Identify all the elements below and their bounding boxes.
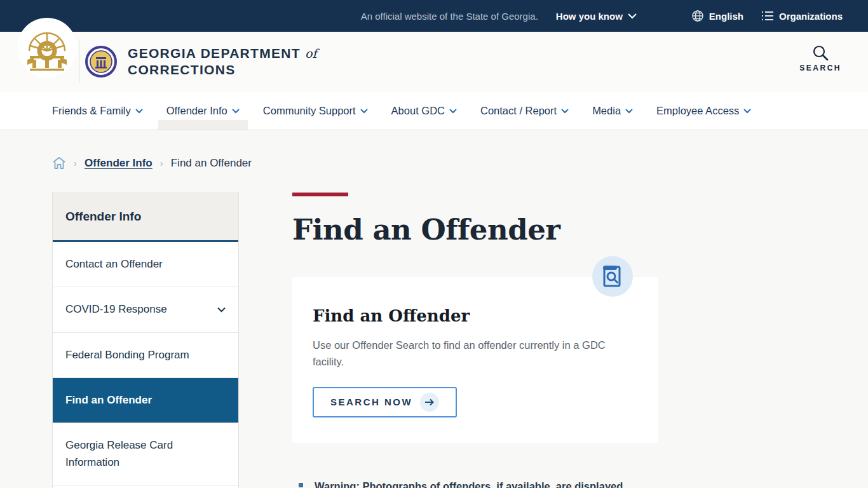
card-title: Find an Offender xyxy=(313,306,638,325)
chevron-down-icon xyxy=(625,109,633,114)
find-offender-card: Find an Offender Use our Offender Search… xyxy=(292,277,658,443)
main-content: Find an Offender Find an Offender Use ou… xyxy=(292,193,658,488)
agency-line1: GEORGIA DEPARTMENT xyxy=(128,46,301,60)
sidebar-item-contact-an-offender[interactable]: Contact an Offender xyxy=(53,242,238,287)
chevron-down-icon xyxy=(232,109,240,114)
warning-list-item: Warning: Photographs of offenders, if av… xyxy=(292,478,658,488)
sidebar-item-covid-19-response[interactable]: COVID-19 Response xyxy=(53,287,238,332)
organizations-link[interactable]: Organizations xyxy=(761,11,843,22)
breadcrumb-separator: › xyxy=(74,158,77,168)
how-you-know-toggle[interactable]: How you know xyxy=(556,11,637,22)
sidebar-item-label: Find an Offender xyxy=(65,392,152,409)
nav-offender-info[interactable]: Offender Info xyxy=(166,92,240,130)
warning-text: Warning: Photographs of offenders, if av… xyxy=(315,478,623,488)
breadcrumb: › Offender Info › Find an Offender xyxy=(52,156,868,170)
sidebar-item-label: COVID-19 Response xyxy=(65,301,167,318)
chevron-down-icon xyxy=(743,109,751,114)
sidebar-item-federal-bonding-program[interactable]: Federal Bonding Program xyxy=(53,333,238,378)
nav-label: Employee Access xyxy=(656,105,739,117)
content-area: Offender Info Contact an Offender COVID-… xyxy=(52,193,868,488)
chevron-down-icon xyxy=(449,109,457,114)
sidebar-item-label: Federal Bonding Program xyxy=(65,347,189,363)
nav-label: Offender Info xyxy=(166,105,227,117)
bullet-icon xyxy=(299,483,303,487)
nav-community-support[interactable]: Community Support xyxy=(263,92,368,130)
nav-employee-access[interactable]: Employee Access xyxy=(656,92,751,130)
search-label: SEARCH xyxy=(799,64,841,72)
accent-line xyxy=(292,193,348,196)
page-title: Find an Offender xyxy=(292,213,658,247)
nav-media[interactable]: Media xyxy=(592,92,633,130)
sidebar-offender-info: Offender Info Contact an Offender COVID-… xyxy=(52,193,239,488)
sidebar-title: Offender Info xyxy=(53,193,238,242)
organizations-list-icon xyxy=(761,11,774,21)
search-now-button[interactable]: SEARCH NOW xyxy=(313,387,457,417)
how-you-know-label: How you know xyxy=(556,11,623,22)
breadcrumb-offender-info[interactable]: Offender Info xyxy=(85,157,153,170)
chevron-down-icon xyxy=(217,307,226,313)
sidebar-item-find-an-offender[interactable]: Find an Offender xyxy=(53,378,238,423)
nav-label: About GDC xyxy=(391,105,445,117)
sidebar-item-incarcerated-veterans[interactable]: Incarcerated Veterans xyxy=(53,485,238,488)
agency-title[interactable]: GEORGIA DEPARTMENT of CORRECTIONS xyxy=(128,45,317,78)
card-body-text: Use our Offender Search to find an offen… xyxy=(313,337,624,370)
arrow-right-icon xyxy=(420,393,439,412)
chevron-down-icon xyxy=(561,109,569,114)
search-now-label: SEARCH NOW xyxy=(330,396,412,407)
agency-line2: CORRECTIONS xyxy=(128,62,317,78)
chevron-down-icon xyxy=(360,109,368,114)
sidebar-item-label: Contact an Offender xyxy=(65,256,163,273)
nav-label: Community Support xyxy=(263,105,356,117)
document-search-icon xyxy=(592,256,633,297)
language-label: English xyxy=(709,11,743,22)
main-nav: Friends & Family Offender Info Community… xyxy=(0,92,868,130)
nav-contact-report[interactable]: Contact / Report xyxy=(480,92,569,130)
search-button[interactable]: SEARCH xyxy=(799,44,841,72)
language-selector[interactable]: English xyxy=(691,10,743,22)
home-icon[interactable] xyxy=(52,156,66,170)
header-divider xyxy=(79,39,79,83)
breadcrumb-current: Find an Offender xyxy=(171,157,252,170)
chevron-down-icon xyxy=(135,109,143,114)
sidebar-item-label: Georgia Release Card Information xyxy=(65,437,199,471)
gdc-seal xyxy=(85,46,117,78)
sidebar-item-georgia-release-card[interactable]: Georgia Release Card Information xyxy=(53,423,238,485)
globe-icon xyxy=(691,10,704,22)
nav-friends-family[interactable]: Friends & Family xyxy=(52,92,143,130)
nav-about-gdc[interactable]: About GDC xyxy=(391,92,457,130)
nav-label: Contact / Report xyxy=(480,105,557,117)
nav-label: Media xyxy=(592,105,621,117)
nav-label: Friends & Family xyxy=(52,105,131,117)
organizations-label: Organizations xyxy=(779,11,843,22)
official-text: An official website of the State of Geor… xyxy=(361,11,538,22)
agency-of: of xyxy=(305,46,316,60)
breadcrumb-separator: › xyxy=(160,158,163,168)
site-header: GEORGIA DEPARTMENT of CORRECTIONS SEARCH xyxy=(0,32,868,92)
official-banner: An official website of the State of Geor… xyxy=(0,0,868,32)
chevron-down-icon xyxy=(628,13,637,19)
georgia-arch-logo[interactable] xyxy=(17,18,77,78)
